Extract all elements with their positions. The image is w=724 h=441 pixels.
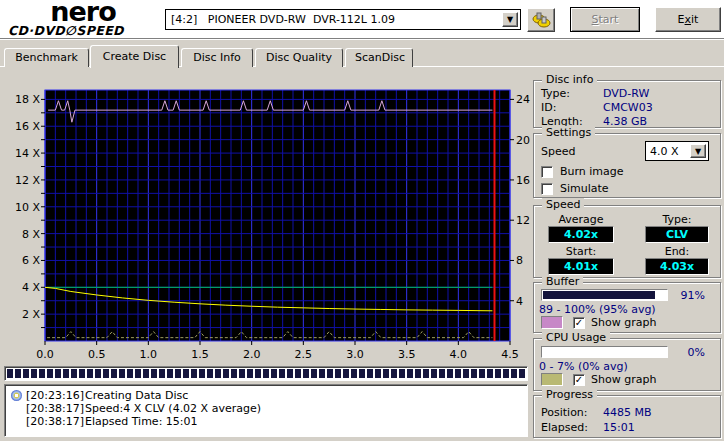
- disc-length-value: 4.38 GB: [603, 115, 647, 128]
- simulate-checkbox[interactable]: [541, 183, 553, 195]
- nero-wordmark: nero: [8, 1, 158, 23]
- group-title: CPU Usage: [542, 331, 610, 344]
- svg-text:18 X: 18 X: [15, 93, 40, 106]
- burn-image-label: Burn image: [560, 165, 624, 178]
- speed-select-value: 4.0 X: [646, 145, 679, 158]
- log-time: [20:38:17]: [26, 402, 84, 415]
- burn-progress-bar: [4, 366, 528, 381]
- disc-id-label: ID:: [541, 101, 556, 114]
- burn-progress-fill: [7, 369, 525, 378]
- svg-text:14 X: 14 X: [15, 147, 40, 160]
- type-label: Type:: [645, 213, 709, 226]
- simulate-label: Simulate: [560, 182, 609, 195]
- log-text: Speed:4 X CLV (4.02 X average): [85, 402, 261, 415]
- start-button[interactable]: Start: [570, 7, 640, 32]
- drive-select[interactable]: [4:2] PIONEER DVD-RW DVR-112L 1.09 ▼: [165, 9, 521, 30]
- buffer-range: 89 - 100% (95% avg): [539, 303, 656, 316]
- speed-chart: 2 X4 X6 X8 X10 X12 X14 X16 X18 X48121620…: [0, 78, 533, 365]
- average-label: Average: [548, 213, 614, 226]
- svg-text:10 X: 10 X: [15, 201, 40, 214]
- group-title: Buffer: [542, 275, 583, 288]
- svg-text:2 X: 2 X: [22, 308, 40, 321]
- svg-text:2.5: 2.5: [295, 348, 313, 361]
- svg-text:4.5: 4.5: [501, 348, 519, 361]
- svg-text:1.5: 1.5: [191, 348, 209, 361]
- buffer-show-graph-label: Show graph: [591, 316, 656, 329]
- svg-text:0.5: 0.5: [88, 348, 106, 361]
- group-title: Speed: [542, 198, 584, 211]
- svg-text:24: 24: [516, 93, 530, 106]
- cpu-color-swatch: [541, 373, 563, 386]
- svg-text:0.0: 0.0: [36, 348, 54, 361]
- elapsed-value: 15:01: [603, 421, 635, 434]
- svg-text:12 X: 12 X: [15, 174, 40, 187]
- start-label: Start:: [548, 245, 614, 258]
- disc-icon: [11, 390, 22, 401]
- position-label: Position:: [541, 406, 588, 419]
- svg-text:3.5: 3.5: [398, 348, 416, 361]
- tab-disc-info[interactable]: Disc Info: [181, 48, 253, 67]
- svg-text:4.0: 4.0: [450, 348, 468, 361]
- drive-select-value: [4:2] PIONEER DVD-RW DVR-112L 1.09: [166, 13, 395, 26]
- group-title: Disc info: [542, 73, 597, 86]
- average-speed-display: 4.02x: [548, 226, 614, 243]
- svg-text:2.0: 2.0: [243, 348, 261, 361]
- app-window: nero CD·DVD∅SPEED [4:2] PIONEER DVD-RW D…: [0, 0, 724, 441]
- start-button-label: Start: [592, 13, 619, 26]
- svg-text:16 X: 16 X: [15, 120, 40, 133]
- burn-image-checkbox[interactable]: [541, 166, 553, 178]
- speed-setting-label: Speed: [541, 145, 575, 158]
- end-label: End:: [645, 245, 709, 258]
- buffer-meter: [541, 289, 668, 301]
- disc-id-value: CMCW03: [603, 101, 653, 114]
- elapsed-label: Elapsed:: [541, 421, 588, 434]
- svg-text:12: 12: [516, 214, 530, 227]
- disc-type-label: Type:: [541, 87, 570, 100]
- svg-text:6 X: 6 X: [22, 254, 40, 267]
- chevron-down-icon[interactable]: ▼: [502, 12, 518, 27]
- log-time: [20:38:17]: [26, 415, 84, 428]
- svg-text:4: 4: [516, 295, 523, 308]
- group-title: Settings: [542, 126, 595, 139]
- buffer-meter-fill: [543, 291, 655, 299]
- tab-scandisc[interactable]: ScanDisc: [345, 48, 413, 67]
- start-speed-display: 4.01x: [548, 258, 614, 275]
- cpu-show-graph-label: Show graph: [591, 373, 656, 386]
- tab-disc-quality[interactable]: Disc Quality: [255, 48, 343, 67]
- cd-dvd-speed-wordmark: CD·DVD∅SPEED: [8, 23, 158, 38]
- exit-button-label: Exit: [678, 13, 699, 26]
- tab-benchmark[interactable]: Benchmark: [4, 48, 89, 67]
- log-panel: [20:23:16] Creating Data Disc [20:38:17]…: [4, 384, 528, 437]
- end-speed-display: 4.03x: [645, 258, 709, 275]
- tab-create-disc[interactable]: Create Disc: [90, 45, 179, 68]
- buffer-color-swatch: [541, 316, 563, 329]
- buffer-show-graph-checkbox[interactable]: ✓: [573, 317, 585, 329]
- exit-button[interactable]: Exit: [655, 7, 721, 32]
- drive-tools-icon: [531, 11, 551, 29]
- toolbar: nero CD·DVD∅SPEED [4:2] PIONEER DVD-RW D…: [0, 0, 724, 38]
- svg-text:20: 20: [516, 134, 530, 147]
- disc-type-value: DVD-RW: [603, 87, 649, 100]
- group-title: Progress: [542, 388, 597, 401]
- nero-logo: nero CD·DVD∅SPEED: [8, 1, 158, 38]
- svg-text:8 X: 8 X: [22, 228, 40, 241]
- log-time: [20:23:16]: [26, 389, 84, 402]
- svg-text:8: 8: [516, 254, 523, 267]
- chevron-down-icon[interactable]: ▼: [690, 144, 706, 158]
- position-value: 4485 MB: [603, 406, 652, 419]
- options-button[interactable]: [527, 8, 555, 32]
- svg-text:16: 16: [516, 174, 530, 187]
- speed-type-display: CLV: [645, 226, 709, 243]
- cpu-show-graph-checkbox[interactable]: ✓: [573, 374, 585, 386]
- cpu-range: 0 - 7% (0% avg): [539, 360, 628, 373]
- cpu-percent: 0%: [660, 346, 705, 359]
- cpu-meter: [541, 346, 668, 358]
- toolbar-divider: [0, 38, 724, 40]
- svg-text:1.0: 1.0: [140, 348, 158, 361]
- svg-text:4 X: 4 X: [22, 281, 40, 294]
- buffer-percent: 91%: [660, 289, 705, 302]
- log-text: Elapsed Time: 15:01: [85, 415, 198, 428]
- chart-canvas: 2 X4 X6 X8 X10 X12 X14 X16 X18 X48121620…: [0, 78, 533, 365]
- speed-select[interactable]: 4.0 X ▼: [645, 141, 709, 161]
- log-text: Creating Data Disc: [85, 389, 188, 402]
